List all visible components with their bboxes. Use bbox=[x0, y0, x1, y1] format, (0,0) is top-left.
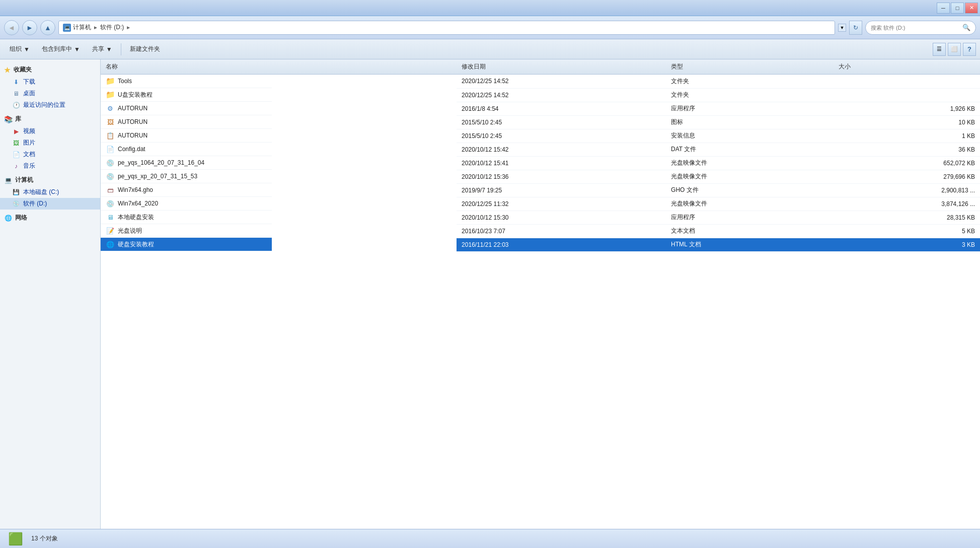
status-bar: 🟩 13 个对象 bbox=[0, 529, 980, 548]
table-row[interactable]: 🌐 硬盘安装教程 2016/11/21 22:03 HTML 文档 3 KB bbox=[101, 238, 980, 251]
picture-icon: 🖼 bbox=[12, 139, 20, 147]
col-header-size[interactable]: 大小 bbox=[834, 59, 980, 75]
sidebar-section-header-computer: 💻 计算机 bbox=[0, 174, 100, 186]
breadcrumb-sep-1: ► bbox=[93, 25, 98, 30]
address-dropdown-button[interactable]: ▼ bbox=[838, 24, 846, 32]
file-icon: ⚙ bbox=[106, 104, 115, 113]
file-name: AUTORUN bbox=[118, 105, 147, 112]
table-row[interactable]: 💿 pe_yqs_xp_20_07_31_15_53 2020/10/12 15… bbox=[101, 170, 980, 183]
sidebar-section-header-library: 📚 库 bbox=[0, 113, 100, 125]
sidebar-item-doc[interactable]: 📄 文档 bbox=[0, 149, 100, 160]
up-button[interactable]: ▲ bbox=[40, 20, 55, 35]
new-folder-button[interactable]: 新建文件夹 bbox=[124, 41, 166, 57]
file-icon: 🖥 bbox=[106, 213, 115, 222]
file-size-cell: 652,072 KB bbox=[834, 156, 980, 170]
computer-icon: 💻 bbox=[63, 24, 71, 32]
file-icon: 📋 bbox=[106, 131, 115, 140]
sidebar-item-desktop[interactable]: 🖥 桌面 bbox=[0, 88, 100, 99]
breadcrumb-drive[interactable]: 软件 (D:) bbox=[100, 23, 124, 32]
status-app-icon: 🟩 bbox=[8, 532, 23, 546]
file-name: Tools bbox=[118, 78, 132, 85]
col-header-type[interactable]: 类型 bbox=[666, 59, 834, 75]
table-row[interactable]: 🗃 Win7x64.gho 2019/9/7 19:25 GHO 文件 2,90… bbox=[101, 183, 980, 197]
file-modified-cell: 2020/10/12 15:42 bbox=[457, 143, 666, 156]
table-row[interactable]: 🖥 本地硬盘安装 2020/10/12 15:30 应用程序 28,315 KB bbox=[101, 211, 980, 224]
video-label: 视频 bbox=[23, 127, 35, 135]
computer-sidebar-icon: 💻 bbox=[4, 176, 12, 184]
file-name: Win7x64.gho bbox=[118, 186, 153, 193]
table-row[interactable]: 🖼 AUTORUN 2015/5/10 2:45 图标 10 KB bbox=[101, 115, 980, 129]
sidebar-item-download[interactable]: ⬇ 下载 bbox=[0, 76, 100, 88]
file-type-cell: 应用程序 bbox=[666, 102, 834, 115]
table-header-row: 名称 修改日期 类型 大小 bbox=[101, 59, 980, 75]
back-button[interactable]: ◄ bbox=[4, 20, 19, 35]
view-toggle-button[interactable]: ☰ bbox=[933, 43, 946, 56]
file-size-cell: 1 KB bbox=[834, 129, 980, 143]
sidebar-item-local-d[interactable]: 💿 软件 (D:) bbox=[0, 198, 100, 210]
table-row[interactable]: 📝 光盘说明 2016/10/23 7:07 文本文档 5 KB bbox=[101, 224, 980, 238]
preview-button[interactable]: ⬜ bbox=[948, 43, 961, 56]
file-size-cell: 3,874,126 ... bbox=[834, 197, 980, 211]
file-icon: 🗃 bbox=[106, 185, 115, 194]
table-row[interactable]: 📁 Tools 2020/12/25 14:52 文件夹 bbox=[101, 75, 980, 89]
minimize-button[interactable]: ─ bbox=[937, 3, 950, 14]
table-row[interactable]: 📋 AUTORUN 2015/5/10 2:45 安装信息 1 KB bbox=[101, 129, 980, 143]
file-name: 硬盘安装教程 bbox=[118, 240, 154, 249]
local-c-icon: 💾 bbox=[12, 188, 20, 196]
refresh-button[interactable]: ↻ bbox=[849, 21, 862, 35]
file-modified-cell: 2016/1/8 4:54 bbox=[457, 102, 666, 115]
help-button[interactable]: ? bbox=[963, 43, 976, 56]
sidebar-item-picture[interactable]: 🖼 图片 bbox=[0, 137, 100, 149]
file-name-cell: 🗃 Win7x64.gho bbox=[101, 183, 272, 197]
file-icon: 🌐 bbox=[106, 240, 115, 249]
maximize-button[interactable]: □ bbox=[951, 3, 964, 14]
network-label: 网络 bbox=[15, 214, 27, 222]
search-input[interactable] bbox=[871, 25, 959, 31]
breadcrumb-computer[interactable]: 计算机 bbox=[73, 23, 91, 32]
share-button[interactable]: 共享 ▼ bbox=[87, 41, 118, 57]
file-icon: 📄 bbox=[106, 145, 115, 154]
toolbar: 组织 ▼ 包含到库中 ▼ 共享 ▼ 新建文件夹 ☰ ⬜ ? bbox=[0, 39, 980, 59]
file-type-cell: 安装信息 bbox=[666, 129, 834, 143]
file-type-cell: 光盘映像文件 bbox=[666, 197, 834, 211]
forward-button[interactable]: ► bbox=[22, 20, 37, 35]
file-modified-cell: 2020/10/12 15:30 bbox=[457, 211, 666, 224]
file-modified-cell: 2015/5/10 2:45 bbox=[457, 115, 666, 129]
file-name: pe_yqs_1064_20_07_31_16_04 bbox=[118, 159, 204, 166]
sidebar-item-music[interactable]: ♪ 音乐 bbox=[0, 160, 100, 172]
library-button[interactable]: 包含到库中 ▼ bbox=[36, 41, 86, 57]
col-header-modified[interactable]: 修改日期 bbox=[457, 59, 666, 75]
library-icon: 📚 bbox=[4, 115, 12, 123]
file-type-cell: 文本文档 bbox=[666, 224, 834, 238]
table-row[interactable]: 📄 Config.dat 2020/10/12 15:42 DAT 文件 36 … bbox=[101, 143, 980, 156]
desktop-icon: 🖥 bbox=[12, 90, 20, 98]
sidebar-section-computer: 💻 计算机 💾 本地磁盘 (C:) 💿 软件 (D:) bbox=[0, 174, 100, 210]
col-header-name[interactable]: 名称 bbox=[101, 59, 457, 75]
file-name: U盘安装教程 bbox=[118, 91, 153, 99]
music-icon: ♪ bbox=[12, 162, 20, 170]
favorites-label: 收藏夹 bbox=[14, 65, 32, 74]
sidebar-item-video[interactable]: ▶ 视频 bbox=[0, 125, 100, 137]
file-icon: 💿 bbox=[106, 199, 115, 208]
address-bar: ◄ ► ▲ 💻 计算机 ► 软件 (D:) ► ▼ ↻ 🔍 bbox=[0, 16, 980, 39]
table-row[interactable]: 💿 Win7x64_2020 2020/12/25 11:32 光盘映像文件 3… bbox=[101, 197, 980, 211]
search-bar: 🔍 bbox=[865, 21, 976, 35]
file-modified-cell: 2016/11/21 22:03 bbox=[457, 238, 666, 251]
doc-label: 文档 bbox=[23, 150, 35, 159]
sidebar-item-local-c[interactable]: 💾 本地磁盘 (C:) bbox=[0, 186, 100, 198]
organize-label: 组织 bbox=[10, 45, 22, 53]
table-row[interactable]: 📁 U盘安装教程 2020/12/25 14:52 文件夹 bbox=[101, 88, 980, 102]
local-d-icon: 💿 bbox=[12, 200, 20, 208]
close-button[interactable]: ✕ bbox=[965, 3, 978, 14]
sidebar-item-recent[interactable]: 🕐 最近访问的位置 bbox=[0, 99, 100, 111]
file-modified-cell: 2015/5/10 2:45 bbox=[457, 129, 666, 143]
table-row[interactable]: ⚙ AUTORUN 2016/1/8 4:54 应用程序 1,926 KB bbox=[101, 102, 980, 115]
table-row[interactable]: 💿 pe_yqs_1064_20_07_31_16_04 2020/10/12 … bbox=[101, 156, 980, 170]
share-dropdown-icon: ▼ bbox=[106, 46, 112, 53]
organize-button[interactable]: 组织 ▼ bbox=[4, 41, 35, 57]
file-modified-cell: 2016/10/23 7:07 bbox=[457, 224, 666, 238]
file-size-cell: 3 KB bbox=[834, 238, 980, 251]
file-name: 光盘说明 bbox=[118, 227, 142, 235]
video-icon: ▶ bbox=[12, 127, 20, 135]
file-name-cell: 📋 AUTORUN bbox=[101, 129, 272, 143]
